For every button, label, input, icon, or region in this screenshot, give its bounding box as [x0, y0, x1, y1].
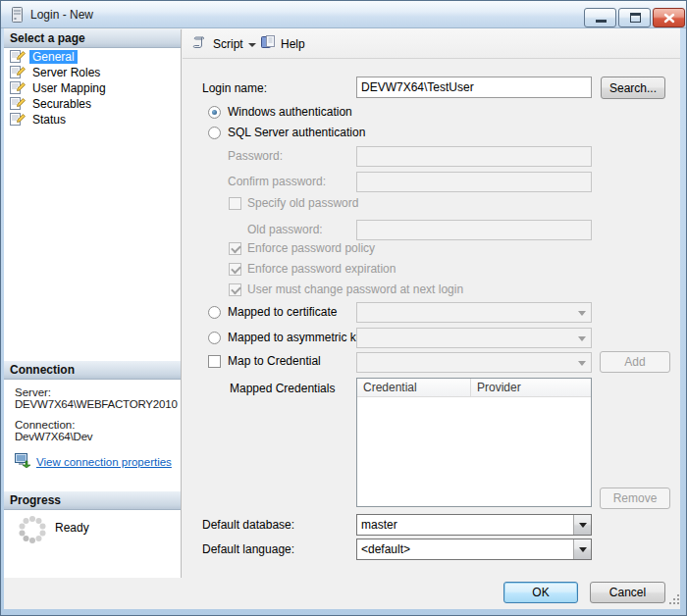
cancel-button[interactable]: Cancel — [590, 582, 665, 603]
server-icon — [11, 7, 24, 23]
add-button: Add — [600, 351, 670, 373]
default-database-combobox[interactable]: master — [356, 514, 592, 536]
close-icon — [654, 9, 686, 28]
credential-combobox — [356, 352, 592, 373]
combo-caret-icon — [573, 329, 591, 347]
login-new-dialog: Login - New Select a page General Server… — [0, 0, 687, 616]
combo-caret-icon — [573, 303, 591, 322]
enforce-password-policy-label: Enforce password policy — [247, 241, 375, 255]
titlebar[interactable]: Login - New — [1, 1, 686, 28]
enforce-password-expiration-label: Enforce password expiration — [247, 262, 396, 276]
resize-grip[interactable] — [669, 594, 680, 608]
window-title: Login - New — [30, 8, 93, 22]
page-icon — [10, 112, 26, 128]
old-password-input — [356, 220, 592, 240]
script-label: Script — [213, 37, 243, 51]
page-icon — [10, 80, 26, 97]
table-header-row: Credential Provider — [357, 379, 591, 397]
sidebar-item-user-mapping[interactable]: User Mapping — [8, 80, 179, 96]
confirm-password-input — [356, 172, 592, 192]
default-language-combobox[interactable]: <default> — [356, 539, 592, 560]
sidebar-item-securables[interactable]: Securables — [8, 96, 179, 112]
mapped-to-certificate-radio[interactable] — [208, 306, 221, 319]
maximize-button[interactable] — [618, 8, 651, 27]
default-database-value: master — [361, 518, 571, 532]
confirm-password-label: Confirm password: — [228, 175, 326, 188]
page-icon — [10, 49, 26, 66]
map-to-credential-checkbox[interactable] — [208, 355, 221, 368]
server-label: Server: — [15, 383, 181, 398]
password-input — [356, 146, 592, 167]
connection-header: Connection — [4, 361, 181, 380]
minimize-button[interactable] — [584, 8, 616, 27]
sidebar: Select a page General Server Roles User … — [4, 29, 182, 578]
sidebar-item-general[interactable]: General — [8, 49, 179, 65]
view-connection-properties-icon — [15, 453, 31, 470]
asymmetric-key-combobox — [356, 328, 592, 348]
help-icon — [260, 34, 276, 53]
toolbar: Script Help — [183, 28, 680, 59]
combo-caret-icon — [573, 353, 591, 372]
page-list: General Server Roles User Mapping Secura… — [8, 49, 179, 128]
remove-button: Remove — [600, 488, 670, 509]
map-to-credential-label: Map to Credential — [228, 354, 321, 368]
mapped-to-asymmetric-key-radio[interactable] — [208, 332, 221, 344]
specify-old-password-checkbox — [229, 197, 241, 210]
sql-authentication-radio[interactable] — [208, 127, 221, 139]
sidebar-item-status[interactable]: Status — [8, 112, 179, 128]
old-password-label: Old password: — [247, 223, 323, 236]
sidebar-item-server-roles[interactable]: Server Roles — [8, 65, 179, 80]
maximize-icon — [630, 13, 641, 23]
help-label: Help — [281, 37, 305, 51]
help-button[interactable]: Help — [255, 32, 310, 55]
script-button[interactable]: Script — [186, 32, 261, 55]
server-value: DEVW7X64\WEBFACTORY2010 — [15, 398, 181, 410]
provider-column-header[interactable]: Provider — [471, 379, 521, 396]
mapped-to-certificate-label: Mapped to certificate — [228, 305, 337, 319]
close-button[interactable] — [653, 8, 685, 27]
script-icon — [191, 34, 208, 53]
page-icon — [10, 65, 26, 81]
mapped-credentials-table: Credential Provider — [356, 378, 592, 507]
default-database-label: Default database: — [202, 518, 294, 532]
password-label: Password: — [228, 149, 283, 163]
must-change-password-label: User must change password at next login — [247, 282, 463, 296]
minimize-icon — [596, 20, 607, 23]
enforce-password-policy-checkbox — [229, 242, 241, 255]
mapped-credentials-label: Mapped Credentials — [230, 382, 335, 395]
login-name-label: Login name: — [202, 81, 267, 95]
ok-button[interactable]: OK — [503, 582, 578, 603]
search-button[interactable]: Search... — [601, 77, 665, 99]
progress-header: Progress — [4, 491, 181, 510]
enforce-password-expiration-checkbox — [229, 263, 241, 276]
progress-spinner-icon — [18, 515, 47, 547]
view-connection-properties-link[interactable]: View connection properties — [36, 456, 172, 468]
progress-status: Ready — [55, 521, 89, 535]
certificate-combobox — [356, 302, 592, 323]
sql-authentication-label: SQL Server authentication — [228, 126, 365, 139]
login-name-input[interactable] — [356, 77, 592, 98]
default-language-value: <default> — [361, 542, 571, 556]
select-a-page-header: Select a page — [4, 29, 181, 48]
page-icon — [10, 96, 26, 113]
connection-label: Connection: — [15, 419, 181, 431]
connection-info: Server: DEVW7X64\WEBFACTORY2010 Connecti… — [15, 383, 181, 470]
default-language-label: Default language: — [202, 542, 294, 556]
specify-old-password-label: Specify old password — [247, 196, 358, 210]
windows-authentication-radio[interactable] — [208, 106, 221, 119]
mapped-to-asymmetric-key-label: Mapped to asymmetric key — [228, 331, 368, 344]
combo-caret-icon[interactable] — [573, 539, 591, 559]
connection-value: DevW7X64\Dev — [15, 431, 181, 442]
combo-caret-icon[interactable] — [573, 515, 591, 535]
must-change-password-checkbox — [229, 283, 241, 296]
credential-column-header[interactable]: Credential — [357, 379, 471, 396]
windows-authentication-label: Windows authentication — [228, 105, 352, 119]
